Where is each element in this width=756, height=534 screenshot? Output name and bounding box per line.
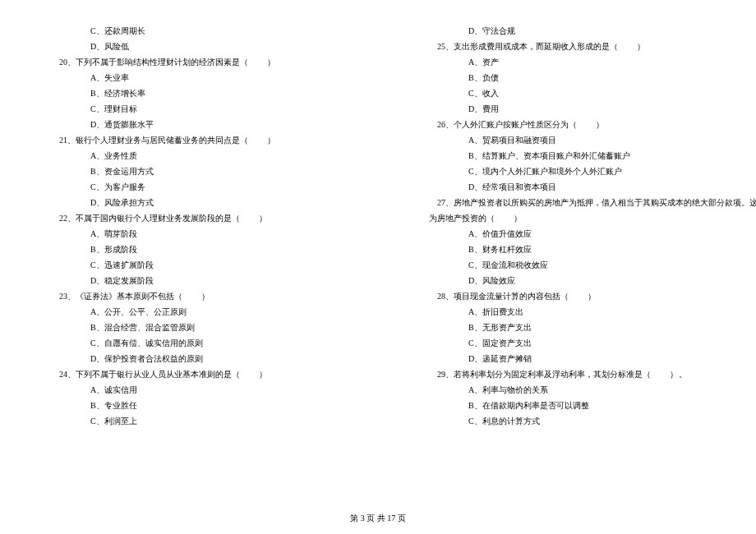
option-line: B、混合经营、混合监管原则 [0,320,378,335]
option-line: C、利息的计算方式 [378,413,756,429]
option-line: D、保护投资者合法权益的原则 [0,351,378,366]
option-line: B、无形资产支出 [378,320,756,335]
question-number: 20、 [59,58,76,67]
page-body: C、还款周期长D、风险低20、下列不属于影响结构性理财计划的经济因素是（ ）A、… [0,0,756,509]
option-line: A、萌芽阶段 [0,226,378,242]
option-line: A、诚实信用 [0,382,378,398]
option-line: D、风险低 [0,39,378,54]
question-number: 22、 [59,214,76,223]
answer-blank: （ ） [240,132,276,148]
question-line: 26、个人外汇账户按账户性质区分为（ ） [378,117,756,132]
question-line: 20、下列不属于影响结构性理财计划的经济因素是（ ） [0,54,378,70]
answer-blank: （ ）。 [643,366,688,382]
option-line: D、稳定发展阶段 [0,273,378,288]
option-line: B、形成阶段 [0,242,378,257]
question-line: 28、项目现金流量计算的内容包括（ ） [378,288,756,304]
question-number: 25、 [437,42,454,51]
option-line: A、失业率 [0,70,378,85]
option-line: B、专业胜任 [0,398,378,413]
question-text: 支出形成费用或成本，而延期收入形成的是 [454,42,610,51]
option-line: B、结算账户、资本项目账户和外汇储蓄账户 [378,148,756,163]
option-line: B、在借款期内利率是否可以调整 [378,398,756,413]
question-line: 27、房地产投资者以所购买的房地产为抵押，借入相当于其购买成本的绝大部分款项。这… [378,195,756,210]
option-line: A、公开、公平、公正原则 [0,304,378,320]
answer-blank: （ ） [560,288,597,304]
option-line: A、资产 [378,54,756,70]
option-line: D、费用 [378,101,756,117]
option-line: D、经常项目和资本项目 [378,179,756,195]
option-line: C、理财目标 [0,101,378,117]
option-line: C、为客户服务 [0,179,378,195]
question-line: 21、银行个人理财业务与居民储蓄业务的共同点是（ ） [0,132,378,148]
option-line: C、现金流和税收效应 [378,257,756,273]
answer-blank: （ ） [610,39,646,54]
question-text: 《证券法》基本原则不包括 [76,292,174,301]
question-text: 为房地产投资的 [429,214,486,223]
question-continuation: 为房地产投资的（ ） [378,210,756,226]
option-line: D、通货膨胀水平 [0,117,378,132]
option-line: C、收入 [378,85,756,101]
question-number: 28、 [437,292,454,301]
option-line: A、价值升值效应 [378,226,756,242]
question-line: 24、下列不属于银行从业人员从业基本准则的是（ ） [0,366,378,382]
question-number: 27、 [437,198,454,207]
question-text: 银行个人理财业务与居民储蓄业务的共同点是 [76,136,240,145]
option-line: C、境内个人外汇账户和境外个人外汇账户 [378,163,756,179]
option-line: A、贸易项目和融资项目 [378,132,756,148]
answer-blank: （ ） [232,366,268,382]
answer-blank: （ ） [174,288,210,304]
option-line: B、负债 [378,70,756,85]
answer-blank: （ ） [232,210,268,226]
answer-blank: （ ） [486,210,523,226]
answer-blank: （ ） [240,54,276,70]
question-number: 23、 [59,292,76,301]
option-line: C、还款周期长 [0,23,378,39]
option-line: B、财务杠杆效应 [378,242,756,257]
question-number: 26、 [437,120,454,129]
option-line: D、守法合规 [378,23,756,39]
question-line: 25、支出形成费用或成本，而延期收入形成的是（ ） [378,39,756,54]
question-line: 29、若将利率划分为固定利率及浮动利率，其划分标准是（ ）。 [378,366,756,382]
option-line: B、经济增长率 [0,85,378,101]
question-text: 不属于国内银行个人理财业务发展阶段的是 [76,214,232,223]
option-line: C、自愿有偿、诚实信用的原则 [0,335,378,351]
answer-blank: （ ） [569,117,605,132]
question-number: 24、 [59,370,76,379]
option-line: D、风险承担方式 [0,195,378,210]
page-footer: 第 3 页 共 17 页 [0,509,756,524]
option-line: B、资金运用方式 [0,163,378,179]
right-column: D、守法合规25、支出形成费用或成本，而延期收入形成的是（ ）A、资产B、负债C… [378,0,756,509]
option-line: C、迅速扩展阶段 [0,257,378,273]
option-line: D、递延资产摊销 [378,351,756,366]
option-line: A、业务性质 [0,148,378,163]
question-text: 下列不属于影响结构性理财计划的经济因素是 [76,58,240,67]
option-line: A、利率与物价的关系 [378,382,756,398]
question-number: 21、 [59,136,76,145]
question-text: 下列不属于银行从业人员从业基本准则的是 [76,370,232,379]
question-line: 22、不属于国内银行个人理财业务发展阶段的是（ ） [0,210,378,226]
left-column: C、还款周期长D、风险低20、下列不属于影响结构性理财计划的经济因素是（ ）A、… [0,0,378,509]
question-line: 23、《证券法》基本原则不包括（ ） [0,288,378,304]
question-text: 个人外汇账户按账户性质区分为 [454,120,569,129]
question-text: 房地产投资者以所购买的房地产为抵押，借入相当于其购买成本的绝大部分款项。这被称 [454,198,756,207]
option-line: D、风险效应 [378,273,756,288]
question-number: 29、 [437,370,454,379]
option-line: A、折旧费支出 [378,304,756,320]
option-line: C、固定资产支出 [378,335,756,351]
option-line: C、利润至上 [0,413,378,429]
question-text: 若将利率划分为固定利率及浮动利率，其划分标准是 [454,370,643,379]
question-text: 项目现金流量计算的内容包括 [454,292,560,301]
